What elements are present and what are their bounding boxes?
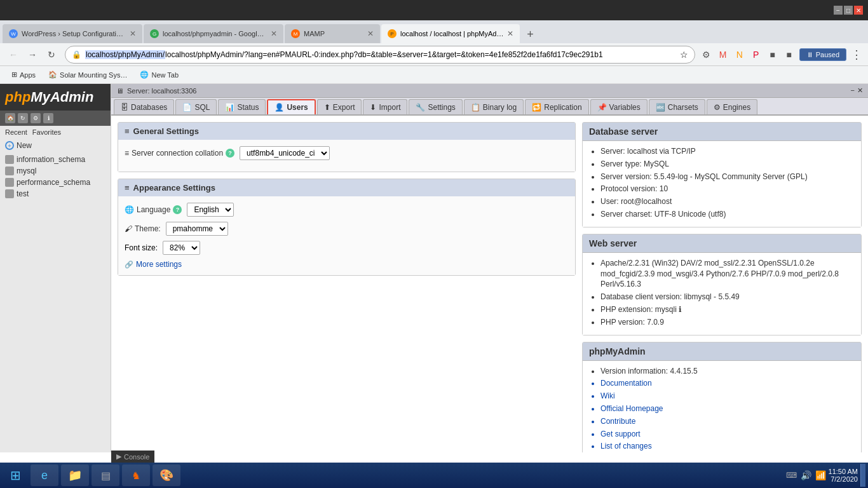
taskbar-cmd[interactable]: ▤ bbox=[92, 464, 119, 486]
extensions-icon[interactable]: ⚙ bbox=[700, 48, 713, 61]
windows-logo-icon: ⊞ bbox=[10, 468, 21, 483]
tab-close-wordpress[interactable]: ✕ bbox=[130, 29, 136, 38]
forward-button[interactable]: → bbox=[24, 46, 41, 63]
tab-replication[interactable]: 🔁 Replication bbox=[525, 99, 588, 114]
network-icon[interactable]: 📶 bbox=[815, 470, 826, 480]
maximize-button[interactable]: □ bbox=[844, 6, 853, 15]
refresh-button[interactable]: ↻ bbox=[43, 46, 60, 63]
db-name-performance-schema: performance_schema bbox=[17, 178, 90, 187]
new-tab-button[interactable]: + bbox=[521, 25, 539, 43]
web-server-item-0: Apache/2.2.31 (Win32) DAV/2 mod_ssl/2.2.… bbox=[600, 258, 853, 290]
general-settings-section: ≡ General Settings ≡ Server connection c… bbox=[118, 122, 576, 172]
bookmark-newtab[interactable]: 🌐 New Tab bbox=[135, 69, 184, 80]
new-database-button[interactable]: + New bbox=[0, 139, 111, 152]
tab-title-mamp: MAMP bbox=[304, 30, 363, 37]
start-button[interactable]: ⊞ bbox=[3, 464, 28, 487]
bookmarks-bar: ⊞ Apps 🏠 Solar Mounting Sys… 🌐 New Tab bbox=[0, 66, 868, 84]
star-icon[interactable]: ☆ bbox=[680, 50, 688, 60]
tab-close-phpmyadmin[interactable]: ✕ bbox=[507, 29, 513, 38]
more-settings-link[interactable]: More settings bbox=[125, 260, 569, 269]
minimize-topbar-icon[interactable]: − bbox=[851, 86, 855, 95]
tab-databases[interactable]: 🗄 Databases bbox=[114, 99, 174, 114]
language-select[interactable]: English bbox=[187, 203, 234, 217]
close-topbar-icon[interactable]: ✕ bbox=[857, 86, 863, 95]
db-item-test[interactable]: test bbox=[0, 188, 111, 200]
close-button[interactable]: ✕ bbox=[854, 6, 863, 15]
pma-sidebar-toolbar: 🏠 ↻ ⚙ ℹ bbox=[0, 111, 111, 126]
notification-area: ⌨ 🔊 📶 bbox=[786, 470, 826, 480]
ie-icon: e bbox=[41, 469, 48, 482]
tab-binary-log[interactable]: 📋 Binary log bbox=[464, 99, 524, 114]
gmail-icon[interactable]: M bbox=[717, 48, 729, 61]
pma-item-4[interactable]: Contribute bbox=[600, 416, 853, 427]
tab-close-google[interactable]: ✕ bbox=[271, 29, 277, 38]
pma-item-6[interactable]: List of changes bbox=[600, 441, 853, 452]
tab-wordpress[interactable]: W WordPress › Setup Configuration… ✕ bbox=[3, 24, 142, 43]
url-bar[interactable]: 🔒 localhost/phpMyAdmin/localhost/phpMyAd… bbox=[65, 46, 695, 64]
norton-icon[interactable]: N bbox=[733, 48, 746, 61]
info-db-icon[interactable]: ℹ bbox=[43, 113, 53, 123]
tab-phpmyadmin[interactable]: P localhost / localhost | phpMyAd… ✕ bbox=[381, 24, 520, 43]
tab-charsets[interactable]: 🔤 Charsets bbox=[649, 99, 705, 114]
status-tab-label: Status bbox=[237, 103, 259, 112]
db-item-information-schema[interactable]: information_schema bbox=[0, 154, 111, 165]
back-button[interactable]: ← bbox=[5, 46, 22, 63]
language-help-icon[interactable]: ? bbox=[173, 205, 182, 214]
show-desktop-button[interactable] bbox=[860, 464, 865, 487]
db-server-panel: Database server Server: localhost via TC… bbox=[582, 122, 862, 227]
taskbar-explorer[interactable]: 📁 bbox=[61, 464, 89, 486]
appearance-settings-body: 🌐 Language ? English 🖌 Theme: bbox=[118, 196, 575, 275]
pma-item-3[interactable]: Official Homepage bbox=[600, 403, 853, 414]
favorites-label[interactable]: Favorites bbox=[32, 128, 61, 136]
tab-close-mamp[interactable]: ✕ bbox=[367, 29, 374, 38]
tab-status[interactable]: 📊 Status bbox=[218, 99, 266, 114]
db-icon-performance-schema bbox=[5, 178, 14, 187]
taskbar-ie[interactable]: e bbox=[31, 464, 58, 486]
taskbar-time-area[interactable]: 11:50 AM 7/2/2020 bbox=[829, 468, 858, 483]
console-bar[interactable]: ▶ Console bbox=[111, 451, 154, 452]
home-icon[interactable]: 🏠 bbox=[5, 113, 15, 123]
theme-select[interactable]: pmahomme bbox=[166, 222, 228, 236]
pma-item-5[interactable]: Get support bbox=[600, 429, 853, 440]
tab-sql[interactable]: 📄 SQL bbox=[175, 99, 217, 114]
db-item-performance-schema[interactable]: performance_schema bbox=[0, 177, 111, 188]
extension2-icon[interactable]: ■ bbox=[783, 48, 796, 61]
collation-help-icon[interactable]: ? bbox=[226, 149, 234, 158]
tab-settings[interactable]: 🔧 Settings bbox=[409, 99, 462, 114]
minimize-button[interactable]: − bbox=[834, 6, 843, 15]
tab-engines[interactable]: ⚙ Engines bbox=[707, 99, 757, 114]
settings-tab-label: Settings bbox=[428, 103, 455, 112]
mamp-taskbar-icon: ♞ bbox=[132, 470, 140, 482]
taskbar-paint[interactable]: 🎨 bbox=[153, 464, 180, 486]
pma-item-2[interactable]: Wiki bbox=[600, 391, 853, 402]
db-server-item-2: Server version: 5.5.49-log - MySQL Commu… bbox=[600, 172, 853, 182]
more-options-icon[interactable]: ⋮ bbox=[850, 48, 863, 61]
window-controls[interactable]: − □ ✕ bbox=[834, 6, 863, 15]
taskbar-mamp[interactable]: ♞ bbox=[122, 464, 150, 486]
export-icon: ⬆ bbox=[324, 103, 330, 112]
pinterest-icon[interactable]: P bbox=[750, 48, 763, 61]
pma-item-1[interactable]: Documentation bbox=[600, 378, 853, 389]
bookmark-solar[interactable]: 🏠 Solar Mounting Sys… bbox=[43, 69, 132, 80]
settings-db-icon[interactable]: ⚙ bbox=[31, 113, 41, 123]
db-item-mysql[interactable]: mysql bbox=[0, 165, 111, 177]
collation-select[interactable]: utf8mb4_unicode_ci bbox=[240, 146, 330, 160]
tab-variables[interactable]: 📌 Variables bbox=[590, 99, 648, 114]
refresh-db-icon[interactable]: ↻ bbox=[18, 113, 28, 123]
tab-mamp[interactable]: M MAMP ✕ bbox=[285, 24, 380, 43]
url-text: localhost/phpMyAdmin/localhost/phpMyAdmi… bbox=[85, 50, 676, 59]
bookmark-apps[interactable]: ⊞ Apps bbox=[6, 69, 41, 80]
recent-label[interactable]: Recent bbox=[5, 128, 27, 136]
tab-export[interactable]: ⬆ Export bbox=[317, 99, 362, 114]
volume-icon[interactable]: 🔊 bbox=[801, 470, 811, 480]
phpmyadmin-panel-title: phpMyAdmin bbox=[589, 346, 646, 356]
font-size-select[interactable]: 82% bbox=[163, 241, 200, 255]
tab-google[interactable]: G localhost/phpmyadmin - Google… ✕ bbox=[144, 24, 283, 43]
paused-button[interactable]: ⏸ Paused bbox=[799, 48, 846, 61]
extension1-icon[interactable]: ■ bbox=[766, 48, 779, 61]
tab-import[interactable]: ⬇ Import bbox=[363, 99, 407, 114]
collation-row: ≡ Server connection collation ? utf8mb4_… bbox=[125, 146, 569, 160]
tab-users[interactable]: 👤 Users bbox=[267, 99, 315, 114]
status-icon: 📊 bbox=[225, 103, 234, 112]
general-settings-title: General Settings bbox=[133, 126, 199, 136]
